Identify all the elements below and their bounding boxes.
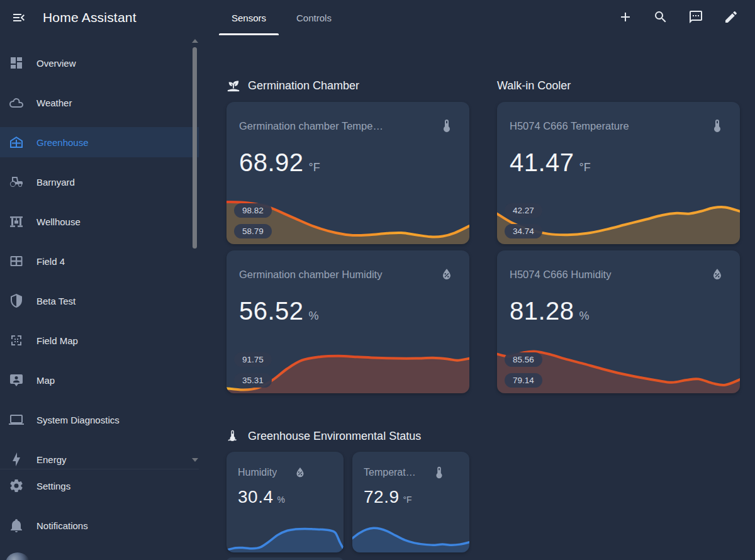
sidebar-scrollbar[interactable] bbox=[191, 35, 199, 469]
sidebar-item-field-map[interactable]: Field Map bbox=[0, 325, 199, 356]
card-title: H5074 C666 Humidity bbox=[510, 269, 710, 281]
sidebar: OverviewWeatherGreenhouseBarnyardWellhou… bbox=[0, 35, 199, 560]
edit-dashboard-button[interactable] bbox=[713, 3, 749, 33]
section-title: Greenhouse Environmental Status bbox=[248, 430, 421, 443]
sidebar-item-label: Notifications bbox=[36, 520, 88, 531]
sidebar-item-label: Greenhouse bbox=[36, 137, 89, 148]
section-title: Germination Chamber bbox=[248, 79, 359, 92]
sensor-card-germination-temperature[interactable]: Germination chamber Tempe… 68.92 °F 98.8… bbox=[226, 102, 469, 244]
card-title: H5074 C666 Temperature bbox=[510, 120, 710, 132]
water-percent-icon bbox=[293, 466, 307, 479]
sidebar-item-weather[interactable]: Weather bbox=[0, 87, 199, 118]
max-badge: 42.27 bbox=[505, 203, 542, 218]
sensor-unit: % bbox=[309, 310, 319, 323]
sidebar-item-barnyard[interactable]: Barnyard bbox=[0, 167, 199, 197]
cloud-icon bbox=[9, 95, 24, 110]
well-icon bbox=[9, 214, 24, 229]
sensor-card-cooler-temperature[interactable]: H5074 C666 Temperature 41.47 °F 42.27 34… bbox=[497, 102, 740, 244]
sidebar-item-label: Weather bbox=[36, 98, 72, 108]
sensor-card-env-humidity[interactable]: Humidity 30.4 % bbox=[226, 452, 344, 552]
water-percent-icon bbox=[439, 267, 454, 282]
sidebar-item-beta-test[interactable]: Beta Test bbox=[0, 286, 199, 316]
sensor-unit: % bbox=[579, 310, 590, 323]
tab-sensors[interactable]: Sensors bbox=[216, 0, 281, 35]
laptop-icon bbox=[9, 412, 24, 427]
section-header-environmental-status: Greenhouse Environmental Status bbox=[226, 428, 469, 444]
card-title: Germination chamber Humidity bbox=[239, 269, 439, 281]
min-badge: 34.74 bbox=[505, 224, 542, 238]
card-title: Temperat… bbox=[364, 467, 416, 478]
user-profile[interactable]: RG25 Admin bbox=[0, 550, 199, 560]
sensor-reading: 30.4 % bbox=[226, 487, 344, 507]
sidebar-item-greenhouse[interactable]: Greenhouse bbox=[0, 127, 199, 157]
user-avatar bbox=[5, 552, 30, 560]
scroll-down-arrow-icon[interactable] bbox=[192, 458, 198, 462]
column-right: Walk-in Cooler H5074 C666 Temperature 41… bbox=[497, 35, 740, 560]
sidebar-item-label: Energy bbox=[36, 454, 67, 465]
sidebar-item-label: Settings bbox=[36, 481, 70, 491]
sidebar-item-system-diagnostics[interactable]: System Diagnostics bbox=[0, 405, 199, 435]
sensor-card-germination-humidity[interactable]: Germination chamber Humidity 56.52 % 91.… bbox=[226, 250, 469, 393]
sidebar-item-overview[interactable]: Overview bbox=[0, 48, 199, 78]
sensor-value: 56.52 bbox=[239, 297, 304, 325]
column-left: Germination Chamber Germination chamber … bbox=[226, 35, 469, 560]
search-button[interactable] bbox=[643, 3, 678, 33]
menu-open-icon bbox=[11, 10, 26, 25]
history-graph: 91.75 35.31 bbox=[226, 344, 469, 393]
sensor-reading: 81.28 % bbox=[497, 297, 740, 325]
app-window: Home Assistant SensorsControls OverviewW… bbox=[0, 0, 755, 560]
min-badge: 58.79 bbox=[234, 224, 272, 238]
sidebar-item-label: Map bbox=[36, 375, 55, 386]
sidebar-item-map[interactable]: Map bbox=[0, 365, 199, 395]
history-graph bbox=[226, 517, 344, 552]
tab-controls[interactable]: Controls bbox=[281, 0, 347, 35]
sensor-unit: °F bbox=[579, 161, 591, 174]
max-badge: 98.82 bbox=[234, 203, 272, 218]
shield-icon bbox=[9, 293, 24, 308]
cog-icon bbox=[9, 478, 24, 493]
sidebar-toggle-button[interactable] bbox=[4, 3, 34, 33]
card-title: Germination chamber Tempe… bbox=[239, 120, 439, 132]
assist-button[interactable] bbox=[678, 3, 713, 33]
min-badge: 79.14 bbox=[505, 373, 542, 388]
sidebar-item-energy[interactable]: Energy bbox=[0, 444, 199, 471]
thermometer-icon bbox=[710, 118, 725, 133]
sidebar-item-label: Wellhouse bbox=[36, 216, 81, 227]
sidebar-item-field-4[interactable]: Field 4 bbox=[0, 246, 199, 276]
topbar: Home Assistant SensorsControls bbox=[0, 0, 755, 35]
account-map-icon bbox=[9, 372, 24, 388]
thermometer-icon bbox=[439, 118, 454, 133]
sidebar-item-notifications[interactable]: Notifications bbox=[0, 510, 199, 540]
section-title: Walk-in Cooler bbox=[497, 79, 571, 92]
scroll-up-arrow-icon[interactable] bbox=[192, 39, 198, 43]
lightning-icon bbox=[9, 452, 24, 467]
bell-icon bbox=[9, 518, 24, 533]
app-title: Home Assistant bbox=[43, 10, 137, 25]
sparkline bbox=[226, 517, 344, 552]
dashboard-icon bbox=[9, 55, 24, 70]
plus-icon bbox=[618, 9, 633, 26]
sidebar-item-label: Field Map bbox=[36, 335, 78, 346]
grid-icon bbox=[9, 254, 24, 269]
partial-card-below bbox=[226, 557, 344, 560]
history-graph bbox=[352, 517, 469, 552]
scan-icon bbox=[9, 333, 24, 348]
sensor-reading: 68.92 °F bbox=[226, 148, 469, 177]
sensor-value: 81.28 bbox=[510, 297, 574, 325]
sidebar-item-label: Beta Test bbox=[36, 296, 76, 306]
sidebar-item-label: Barnyard bbox=[36, 177, 75, 188]
sidebar-item-wellhouse[interactable]: Wellhouse bbox=[0, 206, 199, 237]
sensor-value: 72.9 bbox=[364, 487, 400, 507]
add-button[interactable] bbox=[608, 3, 643, 33]
sidebar-item-settings[interactable]: Settings bbox=[0, 471, 199, 501]
history-graph: 85.56 79.14 bbox=[497, 344, 740, 393]
tractor-icon bbox=[9, 174, 24, 189]
sparkline bbox=[352, 517, 469, 552]
scrollbar-thumb[interactable] bbox=[193, 47, 197, 249]
sidebar-footer: SettingsNotifications RG25 Admin bbox=[0, 469, 199, 560]
sensor-unit: % bbox=[277, 495, 285, 505]
sensor-card-cooler-humidity[interactable]: H5074 C666 Humidity 81.28 % 85.56 79.14 bbox=[497, 250, 740, 393]
pencil-icon bbox=[724, 9, 739, 26]
sensor-card-env-temperature[interactable]: Temperat… 72.9 °F bbox=[352, 452, 469, 552]
environment-cards-row: Humidity 30.4 % Temperat… bbox=[226, 452, 469, 552]
